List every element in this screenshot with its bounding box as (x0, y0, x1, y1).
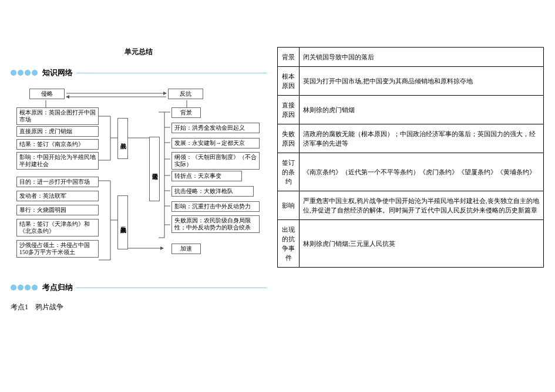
node-opium-war: 鸦片战争 (117, 118, 128, 159)
row-label: 失败原因 (278, 124, 300, 153)
node-second-opium-war: 第二次鸦片战争 (117, 195, 128, 249)
dots-icon (11, 285, 39, 290)
node-left: 影响：中国开始沦为半殖民地半封建社会 (16, 152, 99, 170)
node-right: 加速 (171, 244, 201, 254)
node-right: 背景 (171, 107, 201, 118)
section-label: 考点归纳 (42, 282, 73, 293)
row-label: 签订的条约 (278, 153, 300, 191)
node-invade: 侵略 (29, 89, 65, 99)
table-row: 影响严重危害中国主权,鸦片战争使中国开始沦为半殖民地半封建社会,丧失独立自主的地… (278, 191, 544, 220)
node-left: 结果：签订《天津条约》和《北京条约》 (16, 219, 99, 236)
node-right: 发展：永安建制→定都天京 (171, 138, 260, 148)
row-content: 英国为打开中国市场,把中国变为其商品倾销地和原料掠夺地 (300, 67, 544, 96)
row-label: 背景 (278, 48, 300, 67)
node-right: 纲领：《天朝田亩制度》（不合实际） (171, 152, 260, 170)
node-right: 转折点：天京事变 (171, 171, 242, 181)
node-left: 根本原因：英国企图打开中国市场 (16, 107, 99, 125)
table-row: 出现的抗争事件林则徐虎门销烟;三元里人民抗英 (278, 220, 544, 268)
table-row: 失败原因清政府的腐败无能（根本原因）；中国政治经济军事的落后；英国国力的强大，经… (278, 124, 544, 153)
dots-icon (11, 70, 39, 76)
row-label: 出现的抗争事件 (278, 220, 300, 268)
row-label: 根本原因 (278, 67, 300, 96)
row-content: 严重危害中国主权,鸦片战争使中国开始沦为半殖民地半封建社会,丧失独立自主的地位,… (300, 191, 544, 220)
node-left: 暴行：火烧圆明园 (16, 205, 99, 215)
summary-table: 背景闭关锁国导致中国的落后根本原因英国为打开中国市场,把中国变为其商品倾销地和原… (277, 47, 544, 268)
unit-title: 单元总结 (11, 47, 267, 57)
node-right: 开始：洪秀全发动金田起义 (171, 123, 260, 133)
table-row: 签订的条约《南京条约》（近代第一个不平等条约）《虎门条约》《望厦条约》《黄埔条约… (278, 153, 544, 191)
section-header-points: 考点归纳 (11, 282, 267, 293)
concept-diagram: 侵略 反抗 鸦片战争 第二次鸦片战争 太平天国运动 根本原因：英国企图打开中国市… (11, 84, 267, 278)
node-right: 抗击侵略：大败洋枪队 (171, 186, 254, 197)
node-taiping: 太平天国运动 (149, 137, 160, 201)
row-label: 直接原因 (278, 96, 300, 124)
node-left: 直接原因：虎门销烟 (16, 126, 99, 137)
node-left: 发动者：英法联军 (16, 191, 99, 201)
row-content: 清政府的腐败无能（根本原因）；中国政治经济军事的落后；英国国力的强大，经济军事的… (300, 124, 544, 153)
node-resist: 反抗 (168, 89, 203, 99)
node-left: 结果：签订《南京条约》 (16, 139, 99, 150)
node-left: 沙俄侵占领土：共侵占中国150多万平方千米领土 (16, 240, 99, 258)
row-content: 闭关锁国导致中国的落后 (300, 48, 544, 67)
exam-point-1: 考点1 鸦片战争 (11, 302, 267, 312)
row-label: 影响 (278, 191, 300, 220)
row-content: 《南京条约》（近代第一个不平等条约）《虎门条约》《望厦条约》《黄埔条约》 (300, 153, 544, 191)
table-row: 根本原因英国为打开中国市场,把中国变为其商品倾销地和原料掠夺地 (278, 67, 544, 96)
node-left: 目的：进一步打开中国市场 (16, 177, 99, 187)
table-row: 背景闭关锁国导致中国的落后 (278, 48, 544, 67)
section-label: 知识网络 (42, 67, 73, 78)
row-content: 林则徐的虎门销烟 (300, 96, 544, 124)
table-row: 直接原因林则徐的虎门销烟 (278, 96, 544, 124)
row-content: 林则徐虎门销烟;三元里人民抗英 (300, 220, 544, 268)
node-right: 影响：沉重打击中外反动势力 (171, 201, 260, 212)
node-right: 失败原因：农民阶级自身局限性；中外反动势力的联合绞杀 (171, 215, 260, 233)
section-header-knowledge: 知识网络 (11, 67, 267, 78)
